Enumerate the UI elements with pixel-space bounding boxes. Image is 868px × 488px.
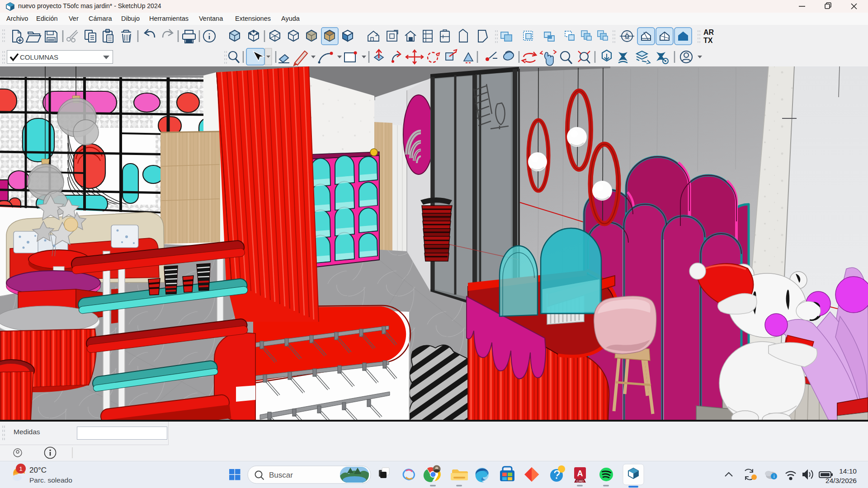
svg-text:COLUMNAS: COLUMNAS [20, 53, 58, 61]
svg-text:C: C [626, 32, 628, 35]
svg-text:A: A [577, 469, 583, 478]
svg-text:AR: AR [703, 28, 714, 36]
svg-text:24/3/2026: 24/3/2026 [826, 477, 857, 484]
svg-text:A-B: A-B [625, 37, 629, 40]
svg-text:14:10: 14:10 [839, 467, 857, 475]
svg-text:i: i [774, 474, 774, 479]
svg-text:20°C: 20°C [29, 466, 47, 474]
svg-text:TX: TX [703, 37, 713, 44]
svg-text:1: 1 [19, 465, 22, 472]
svg-text:Parc. soleado: Parc. soleado [29, 476, 72, 484]
svg-text:Buscar: Buscar [269, 471, 293, 479]
svg-text:CAD: CAD [576, 479, 584, 483]
